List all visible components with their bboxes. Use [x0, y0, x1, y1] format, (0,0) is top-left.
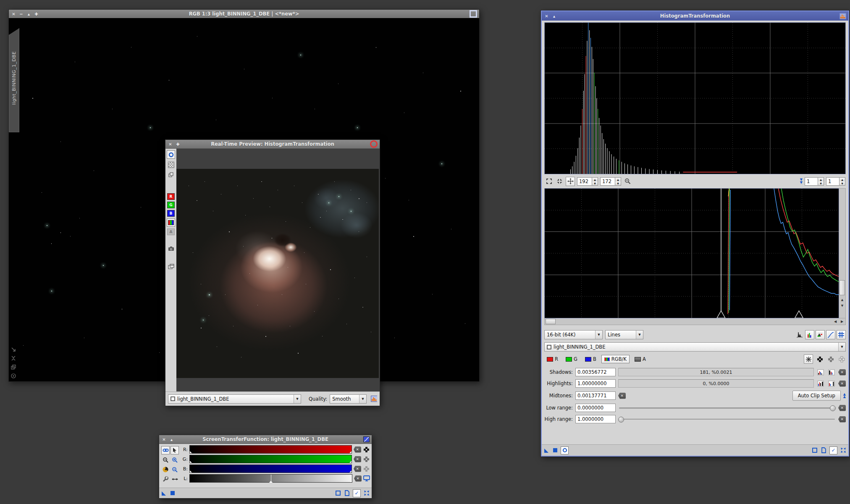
maximize-icon[interactable]: [470, 10, 477, 18]
channel-blue-button[interactable]: B: [167, 210, 175, 217]
auto-clip-setup-button[interactable]: Auto Clip Setup: [792, 391, 841, 401]
histogram-transfer-plot[interactable]: [544, 188, 839, 318]
stf-titlebar[interactable]: ✕ ▴ ScreenTransferFunction: light_BINNIN…: [159, 435, 372, 444]
spin-down-icon[interactable]: ▼: [592, 181, 598, 185]
graph-row-spinner[interactable]: 1 ▲▼: [805, 177, 824, 186]
horizontal-zoom-spinner[interactable]: 192 ▲▼: [577, 177, 598, 186]
v-zoom-value[interactable]: 172: [600, 177, 615, 186]
row-value[interactable]: 1: [805, 177, 818, 186]
close-icon[interactable]: ✕: [11, 11, 16, 17]
quality-select[interactable]: Smooth ▼: [330, 394, 367, 404]
realtime-preview-toggle-icon[interactable]: [561, 446, 569, 454]
zoom-track-icon[interactable]: [161, 456, 170, 464]
close-icon[interactable]: ✕: [168, 142, 173, 147]
scroll-to-bottom-icon[interactable]: ▼▼: [800, 178, 803, 184]
close-icon[interactable]: ✕: [161, 437, 167, 442]
high-range-input[interactable]: [575, 415, 616, 423]
channel-alpha-button[interactable]: A: [632, 355, 648, 363]
scroll-up-icon[interactable]: ▲: [839, 297, 845, 303]
pan-horizontal-icon[interactable]: [171, 475, 179, 483]
histogram-overview-plot[interactable]: [544, 22, 846, 174]
vertical-zoom-spinner[interactable]: 172 ▲▼: [600, 177, 621, 186]
preview-titlebar[interactable]: ✕ ✚ Real-Time Preview: HistogramTransfor…: [165, 140, 380, 149]
shrink-icon[interactable]: [555, 177, 564, 186]
h-zoom-value[interactable]: 192: [577, 177, 592, 186]
shade-icon[interactable]: ▴: [551, 13, 557, 19]
shadows-clip-count-icon[interactable]: [816, 368, 825, 376]
spin-up-icon[interactable]: ▲: [840, 178, 845, 181]
highlights-clip-preview-icon[interactable]: [827, 379, 836, 388]
slider-thumb[interactable]: [618, 417, 624, 423]
realtime-active-icon[interactable]: [370, 140, 378, 148]
green-transfer-bar[interactable]: [189, 455, 352, 463]
highlights-input[interactable]: [575, 379, 616, 388]
shadows-clip-preview-icon[interactable]: [827, 368, 836, 376]
red-transfer-bar[interactable]: [189, 445, 352, 454]
low-range-input[interactable]: [575, 404, 616, 412]
apply-icon[interactable]: [553, 448, 558, 453]
track-view-icon[interactable]: [812, 447, 818, 453]
preset-document-icon[interactable]: [821, 447, 826, 453]
global-reset-icon[interactable]: [840, 447, 846, 453]
plot-style-select[interactable]: Lines ▼: [605, 330, 643, 339]
new-instance-icon[interactable]: [161, 490, 167, 496]
channel-rgb-button[interactable]: [167, 218, 175, 227]
pan-mode-icon[interactable]: [566, 177, 575, 186]
background-pattern-icon[interactable]: [167, 160, 175, 169]
low-range-slider[interactable]: [618, 404, 836, 412]
iconize-icon[interactable]: −: [18, 11, 24, 17]
snapshot-camera-icon[interactable]: [167, 244, 175, 253]
blue-transfer-bar[interactable]: [189, 465, 352, 473]
luminance-reset-icon[interactable]: ✕: [354, 475, 362, 482]
grid-toggle-icon[interactable]: [837, 330, 846, 339]
scroll-to-top-icon[interactable]: ▲▲: [843, 393, 846, 399]
windows-icon[interactable]: [167, 262, 175, 270]
clip-mid-icon[interactable]: [826, 355, 835, 363]
global-reset-icon[interactable]: [364, 490, 370, 496]
shade-icon[interactable]: ▴: [26, 11, 31, 17]
layers-icon[interactable]: [10, 364, 16, 370]
red-clip-icon[interactable]: [363, 446, 370, 453]
scroll-right-icon[interactable]: ▶: [839, 320, 845, 323]
spin-up-icon[interactable]: ▲: [592, 178, 598, 181]
red-reset-icon[interactable]: ✕: [354, 446, 361, 453]
channel-rgbk-button[interactable]: RGB/K: [601, 355, 630, 363]
slider-thumb[interactable]: [830, 405, 836, 411]
fit-view-icon[interactable]: [10, 355, 16, 361]
highlights-clip-count-icon[interactable]: [816, 379, 825, 388]
spin-down-icon[interactable]: ▼: [615, 181, 621, 185]
zoom-out-icon[interactable]: [171, 465, 179, 474]
apply-icon[interactable]: [170, 491, 175, 496]
preset-document-icon[interactable]: [344, 490, 350, 496]
raw-histogram-icon[interactable]: [795, 330, 804, 339]
vertical-scrollbar[interactable]: ▲ ▼: [839, 188, 846, 318]
expand-icon[interactable]: [545, 177, 553, 186]
clip-dark-icon[interactable]: [816, 355, 824, 363]
channel-alpha-button[interactable]: A: [167, 228, 175, 235]
scroll-down-icon[interactable]: ▼: [839, 303, 845, 309]
zoom-in-icon[interactable]: [171, 456, 179, 464]
track-view-icon[interactable]: [335, 490, 341, 496]
process-enabled-checkbox[interactable]: ✓: [829, 446, 837, 454]
midtone-marker[interactable]: [271, 475, 271, 482]
scrollbar-thumb[interactable]: [840, 280, 845, 295]
zoom-magnifier-icon[interactable]: [623, 177, 632, 186]
expand-icon[interactable]: ✚: [175, 142, 181, 147]
midtones-reset-icon[interactable]: ✕: [618, 393, 626, 399]
close-icon[interactable]: ✕: [544, 13, 549, 19]
histogram-titlebar[interactable]: ✕ ▴ HistogramTransformation: [542, 11, 848, 21]
layers-icon[interactable]: [167, 171, 175, 179]
clipping-histogram-icon[interactable]: [816, 330, 825, 339]
wrench-icon[interactable]: [161, 475, 170, 483]
preview-image-area[interactable]: [176, 149, 380, 391]
mtf-curve-icon[interactable]: [826, 330, 835, 339]
resize-arrow-icon[interactable]: [10, 346, 16, 352]
blue-clip-icon[interactable]: [363, 465, 370, 472]
process-enabled-checkbox[interactable]: ✓: [353, 489, 361, 497]
high-range-slider[interactable]: [618, 415, 836, 423]
shade-icon[interactable]: ▴: [169, 437, 174, 442]
highlights-reset-icon[interactable]: ✕: [838, 381, 846, 387]
monitor-icon[interactable]: [363, 475, 370, 481]
scrollbar-thumb[interactable]: [546, 319, 556, 324]
new-instance-icon[interactable]: [544, 447, 550, 453]
